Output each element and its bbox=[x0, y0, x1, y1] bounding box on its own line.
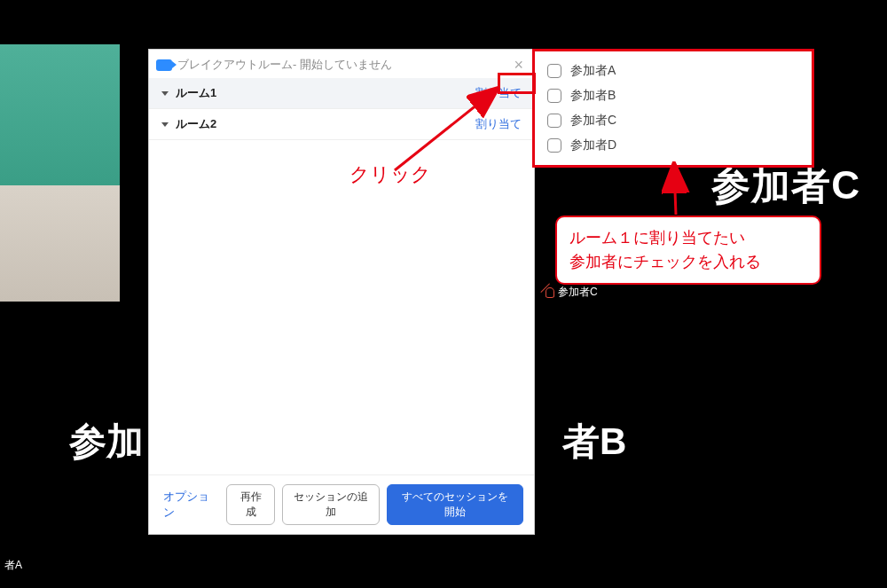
assign-participants-panel: 参加者A 参加者B 参加者C 参加者D bbox=[532, 49, 814, 168]
recreate-button[interactable]: 再作成 bbox=[226, 484, 275, 525]
participant-name-overlay: 参加 bbox=[69, 417, 144, 466]
participant-name-overlay: 者B bbox=[562, 417, 626, 466]
assign-button[interactable]: 割り当て bbox=[475, 85, 522, 101]
participant-option[interactable]: 参加者D bbox=[546, 133, 801, 158]
participant-tag: 者A bbox=[0, 555, 29, 576]
participant-tag-label: 者A bbox=[4, 558, 22, 573]
participant-tile bbox=[0, 44, 120, 302]
checkbox[interactable] bbox=[547, 89, 561, 103]
options-button[interactable]: オプション bbox=[160, 485, 219, 524]
participant-label: 参加者B bbox=[570, 88, 616, 104]
dialog-title: ブレイクアウトルーム- 開始していません bbox=[177, 57, 392, 73]
dialog-footer: オプション 再作成 セッションの追加 すべてのセッションを開始 bbox=[149, 474, 534, 534]
participant-label: 参加者C bbox=[570, 113, 616, 129]
dialog-body bbox=[149, 140, 534, 474]
close-button[interactable]: × bbox=[510, 57, 527, 73]
participant-label: 参加者A bbox=[570, 63, 616, 79]
chevron-down-icon bbox=[161, 91, 169, 96]
checkbox[interactable] bbox=[547, 114, 561, 128]
participant-label: 参加者D bbox=[570, 137, 616, 153]
participant-tag: 参加者C bbox=[541, 282, 605, 302]
zoom-camera-icon bbox=[156, 59, 172, 71]
room-row[interactable]: ルーム1 割り当て bbox=[149, 78, 534, 109]
room-row[interactable]: ルーム2 割り当て bbox=[149, 109, 534, 140]
chevron-down-icon bbox=[161, 122, 169, 127]
checkbox[interactable] bbox=[547, 64, 561, 78]
add-session-button[interactable]: セッションの追加 bbox=[282, 484, 380, 525]
breakout-rooms-dialog: ブレイクアウトルーム- 開始していません × ルーム1 割り当て ルーム2 割り… bbox=[148, 49, 535, 535]
room-list: ルーム1 割り当て ルーム2 割り当て bbox=[149, 78, 534, 140]
room-name: ルーム1 bbox=[176, 85, 216, 101]
participant-option[interactable]: 参加者C bbox=[546, 108, 801, 133]
start-all-sessions-button[interactable]: すべてのセッションを開始 bbox=[387, 484, 523, 525]
room-name: ルーム2 bbox=[176, 116, 216, 132]
mic-muted-icon bbox=[546, 287, 554, 298]
assign-button[interactable]: 割り当て bbox=[475, 116, 522, 132]
checkbox[interactable] bbox=[547, 138, 561, 153]
participant-option[interactable]: 参加者B bbox=[546, 83, 801, 108]
participant-option[interactable]: 参加者A bbox=[546, 59, 801, 83]
dialog-titlebar: ブレイクアウトルーム- 開始していません × bbox=[149, 50, 534, 78]
participant-tag-label: 参加者C bbox=[558, 285, 598, 300]
